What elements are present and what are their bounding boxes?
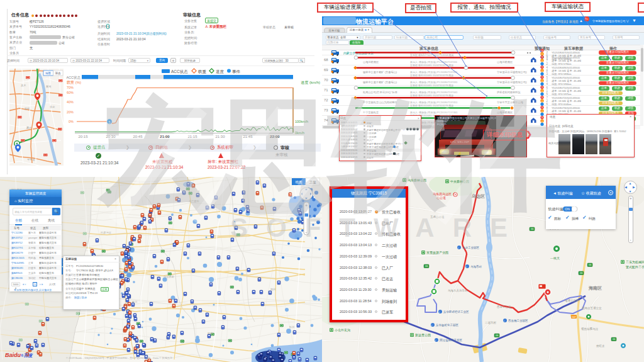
svg-text:二道坎村: 二道坎村 (485, 320, 497, 325)
svg-text:新远景公园: 新远景公园 (415, 333, 431, 337)
svg-text:乌达工业园区: 乌达工业园区 (462, 246, 480, 249)
svg-text:i: i (439, 310, 440, 314)
svg-text:i: i (435, 339, 436, 342)
svg-text:G6: G6 (496, 334, 499, 337)
svg-text:ACC状态: ACC状态 (66, 76, 80, 79)
svg-text:速度: 速度 (216, 69, 225, 74)
svg-text:G07: G07 (572, 316, 576, 319)
svg-text:警式配件二手龙斗: 警式配件二手龙斗 (626, 265, 644, 269)
svg-text:平罗县: 平罗县 (27, 158, 35, 161)
svg-text:蜜旺水: 蜜旺水 (596, 344, 605, 348)
svg-text:70%: 70% (67, 86, 74, 89)
svg-text:吴天: 吴天 (21, 84, 26, 87)
svg-text:40%: 40% (67, 100, 74, 104)
svg-text:G6: G6 (589, 264, 592, 266)
svg-text:G6: G6 (425, 265, 428, 268)
svg-text:60%: 60% (67, 91, 74, 94)
svg-text:一线天: 一线天 (550, 256, 560, 260)
svg-text:阿拉道观济开发区: 阿拉道观济开发区 (440, 338, 463, 342)
svg-text:银热似腾乌拉: 银热似腾乌拉 (581, 327, 599, 331)
svg-text:二东为机械回收: 二东为机械回收 (626, 260, 644, 264)
svg-text:乌海西站: 乌海西站 (470, 264, 482, 268)
svg-text:事件: 事件 (232, 69, 241, 74)
svg-text:i: i (504, 319, 504, 322)
svg-text:忻州: 忻州 (289, 325, 294, 329)
svg-text:载重: 载重 (197, 69, 207, 74)
svg-text:鄂尔多斯: 鄂尔多斯 (164, 275, 175, 278)
svg-text:i: i (458, 246, 458, 249)
svg-text:混合: 混合 (55, 71, 62, 75)
svg-text:海南区: 海南区 (588, 286, 602, 291)
svg-text:苏峪: 苏峪 (25, 107, 30, 110)
svg-text:载重 (%): 载重 (%) (67, 80, 81, 84)
svg-text:乐华眼环经济工业区: 乐华眼环经济工业区 (443, 310, 469, 314)
svg-text:乌海九天洗车站: 乌海九天洗车站 (448, 289, 468, 292)
svg-text:黄河: 黄河 (46, 85, 52, 88)
svg-text:巴彦淖尔: 巴彦淖尔 (101, 231, 112, 234)
svg-text:i: i (431, 324, 432, 327)
svg-text:G6: G6 (580, 272, 583, 274)
svg-text:i: i (466, 265, 467, 268)
svg-text:惠农: 惠农 (26, 126, 32, 129)
svg-text:速度 (km/h): 速度 (km/h) (301, 80, 320, 85)
svg-text:家景故源产业园: 家景故源产业园 (426, 251, 448, 255)
svg-text:0%: 0% (69, 120, 74, 123)
svg-text:G6: G6 (613, 338, 616, 341)
svg-text:地图: 地图 (45, 72, 51, 75)
svg-text:ACC状态: ACC状态 (171, 69, 188, 74)
svg-text:西东梅工业园区: 西东梅工业园区 (508, 319, 528, 323)
svg-text:小仓外充沟: 小仓外充沟 (335, 328, 350, 332)
svg-text:20:15: 20:15 (78, 135, 88, 139)
svg-text:乐华橱柜化工园区: 乐华橱柜化工园区 (435, 323, 459, 327)
svg-text:西卓子山道: 西卓子山道 (497, 305, 511, 308)
svg-text:恩格尔互通立交: 恩格尔互通立交 (581, 306, 602, 310)
svg-text:20%: 20% (67, 110, 74, 114)
svg-text:全农: 全农 (50, 105, 55, 108)
svg-text:G6: G6 (531, 228, 534, 230)
svg-text:海通立交桥: 海通立交桥 (565, 298, 579, 302)
